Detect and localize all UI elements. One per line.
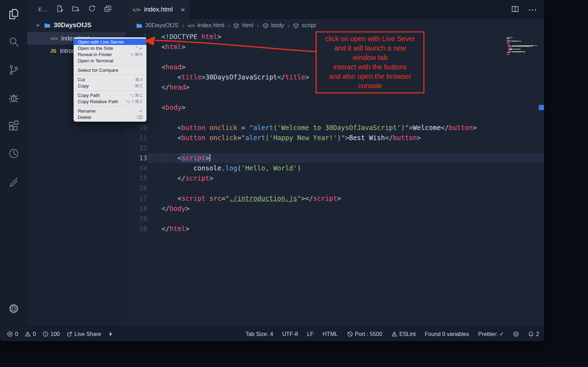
pen-icon[interactable] — [0, 167, 27, 195]
menu-item-shortcut: ⌥⌘R — [129, 52, 143, 57]
status-text: Port : 5500 — [355, 331, 382, 337]
menu-item-label: Delete — [78, 115, 91, 120]
breadcrumb-body[interactable]: body — [263, 22, 284, 29]
status-notifications[interactable]: 2 — [528, 331, 539, 337]
status-live-share[interactable]: Live Share — [67, 331, 101, 337]
status-encoding[interactable]: UTF-8 — [282, 331, 298, 337]
run-debug-icon[interactable] — [0, 84, 27, 112]
error-icon — [7, 331, 13, 337]
folder-icon — [44, 22, 51, 29]
line-number: 13 — [126, 153, 147, 163]
line-text: <body> — [147, 102, 544, 113]
code-line-18[interactable]: 18</body> — [126, 204, 544, 214]
status-tab-size[interactable]: Tab Size: 4 — [246, 331, 273, 337]
info-icon — [43, 331, 48, 337]
symbol-cube-icon — [263, 23, 269, 29]
scrollbar[interactable] — [539, 32, 544, 327]
code-line-15[interactable]: 15 </script> — [126, 173, 544, 183]
context-menu: Open with Live ServerOpen to the Side⌃↵R… — [74, 37, 146, 122]
source-control-icon[interactable] — [0, 56, 27, 84]
code-line-13[interactable]: 13 <script> — [126, 153, 544, 163]
line-text: </script> — [147, 173, 544, 183]
bell-icon — [528, 331, 534, 337]
breadcrumb-separator: › — [287, 22, 289, 29]
tab-label: index.html — [144, 6, 173, 13]
menu-item-copy[interactable]: Copy⌘C — [74, 83, 146, 89]
status-port[interactable]: Port : 5500 — [347, 331, 382, 337]
settings-gear-icon[interactable] — [0, 295, 27, 322]
status-variables[interactable]: Found 0 variables — [425, 331, 469, 337]
html-file-icon: </> — [50, 36, 57, 41]
menu-item-copy-path[interactable]: Copy Path⌥⌘C — [74, 92, 146, 98]
status-text: 0 — [15, 331, 18, 337]
breadcrumb-30daysofjs[interactable]: 30DaysOfJS — [136, 22, 178, 29]
code-line-16[interactable]: 16 — [126, 183, 544, 193]
breadcrumb-label: body — [271, 22, 284, 29]
status-eslint[interactable]: ESLint — [391, 331, 416, 337]
explorer-icon[interactable] — [0, 0, 27, 28]
breadcrumb-label: script — [302, 22, 316, 29]
breadcrumb-label: html — [242, 22, 253, 29]
status-prettier[interactable]: Prettier: ✓ — [478, 331, 504, 337]
status-eol[interactable]: LF — [307, 331, 314, 337]
line-text: console.log('Hello, World') — [147, 163, 544, 173]
menu-item-shortcut: ⌘X — [135, 77, 143, 82]
warning-icon — [25, 331, 31, 337]
line-number: 20 — [126, 224, 147, 234]
breadcrumb-script[interactable]: script — [293, 22, 316, 29]
code-line-12[interactable]: 12 — [126, 143, 544, 153]
tab-index-html[interactable]: </> index.html × — [126, 0, 190, 19]
history-icon[interactable] — [0, 139, 27, 167]
menu-item-delete[interactable]: Delete⌫ — [74, 114, 146, 120]
status-problems-errors[interactable]: 0 — [7, 331, 18, 337]
minimap[interactable] — [507, 33, 539, 51]
breadcrumb-html[interactable]: html — [233, 22, 253, 29]
code-line-7[interactable]: 7 — [126, 92, 544, 102]
code-line-8[interactable]: 8<body> — [126, 102, 544, 113]
code-line-9[interactable]: 9 — [126, 113, 544, 123]
menu-item-copy-relative-path[interactable]: Copy Relative Path⌥⇧⌘C — [74, 98, 146, 105]
status-info-count[interactable]: 100 — [43, 331, 60, 337]
status-text: ESLint — [399, 331, 416, 337]
code-line-11[interactable]: 11 <button onclick="alert('Happy New Yea… — [126, 133, 544, 143]
line-number: 19 — [126, 214, 147, 224]
split-editor-icon[interactable] — [511, 5, 519, 14]
status-bar: 00100Live Share Tab Size: 4UTF-8LFHTMLPo… — [0, 327, 544, 341]
more-actions-icon[interactable]: ⋯ — [528, 5, 537, 14]
breadcrumb-index-html[interactable]: </>index.html — [187, 22, 224, 29]
menu-item-cut[interactable]: Cut⌘X — [74, 76, 146, 83]
menu-item-open-in-terminal[interactable]: Open in Terminal — [74, 58, 146, 64]
extensions-icon[interactable] — [0, 112, 27, 139]
menu-item-open-to-the-side[interactable]: Open to the Side⌃↵ — [74, 45, 146, 51]
tab-close-icon[interactable]: × — [181, 6, 185, 13]
code-line-19[interactable]: 19 — [126, 214, 544, 224]
code-line-17[interactable]: 17 <script src="./introduction.js"></scr… — [126, 193, 544, 204]
line-number: 11 — [126, 133, 147, 143]
new-folder-icon[interactable] — [72, 5, 80, 14]
menu-item-reveal-in-finder[interactable]: Reveal in Finder⌥⌘R — [74, 51, 146, 58]
status-problems-warnings[interactable]: 0 — [25, 331, 36, 337]
refresh-icon[interactable] — [88, 5, 96, 14]
code-line-20[interactable]: 20</html> — [126, 224, 544, 234]
line-text: </html> — [147, 224, 544, 234]
collapse-all-icon[interactable] — [104, 5, 112, 14]
project-folder-row[interactable]: 30DaysOfJS — [27, 18, 126, 32]
search-icon[interactable] — [0, 28, 27, 56]
menu-item-rename[interactable]: Rename↵ — [74, 108, 146, 114]
status-quick-action[interactable] — [108, 331, 114, 337]
breadcrumb-label: index.html — [197, 22, 224, 29]
status-feedback[interactable] — [513, 331, 519, 337]
menu-item-label: Open in Terminal — [78, 58, 113, 63]
menu-item-open-with-live-server[interactable]: Open with Live Server — [74, 39, 146, 45]
status-text: Prettier: ✓ — [478, 331, 504, 337]
breadcrumb-separator: › — [257, 22, 259, 29]
code-line-14[interactable]: 14 console.log('Hello, World') — [126, 163, 544, 173]
chevron-down-icon — [35, 22, 41, 28]
code-line-10[interactable]: 10 <button onclick = "alert('Welcome to … — [126, 123, 544, 133]
new-file-icon[interactable] — [56, 5, 64, 14]
symbol-cube-icon — [293, 23, 299, 29]
menu-item-label: Copy — [78, 83, 89, 89]
menu-item-select-for-compare[interactable]: Select for Compare — [74, 67, 146, 73]
status-language-mode[interactable]: HTML — [323, 331, 338, 337]
status-text: 2 — [536, 331, 539, 337]
